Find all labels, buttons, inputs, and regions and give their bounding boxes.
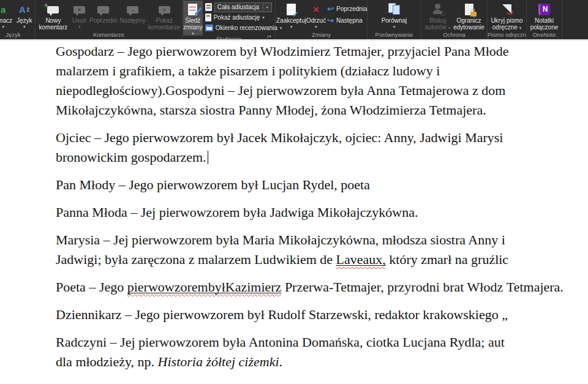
doc-line[interactable]: dla młodzieży, np. Historia żółtej ciżem…: [56, 354, 282, 369]
ribbon-group-onenote: N Notatki połączone OneNote: [527, 0, 562, 39]
previous-change-button[interactable]: ↩ Poprzednia: [327, 4, 368, 13]
chevron-down-icon: ▾: [78, 24, 81, 29]
paragraph[interactable]: Marysia – Jej pierwowzorem była Maria Mi…: [56, 230, 588, 269]
ribbon-group-comments: + Nowy komentarz × Usuń ▾ ← Poprzedni → …: [36, 0, 183, 39]
doc-line[interactable]: Marysia – Jej pierwowzorem była Maria Mi…: [56, 232, 505, 247]
doc-line[interactable]: Radczyni – Jej pierwowzorem była Antonin…: [56, 334, 505, 350]
dialog-launcher-icon[interactable]: [268, 36, 273, 38]
text-cursor: [208, 151, 209, 164]
show-markup-icon: [205, 13, 211, 21]
accept-button[interactable]: ✓ Zaakceptuj ▾: [276, 1, 306, 31]
show-markup-button[interactable]: Pokaż adiustację ▾: [205, 13, 282, 22]
translate-label: umacz: [0, 17, 12, 24]
reject-button[interactable]: × Odrzuć ▾: [306, 1, 326, 31]
new-comment-label: Nowy komentarz: [36, 17, 70, 31]
review-ribbon: a umacz ▾ Aż Język ▾ Język + Nowy koment…: [0, 0, 588, 40]
paragraph[interactable]: Pan Młody – Jego pierwowzorem był Lucjan…: [56, 175, 588, 195]
show-markup-label: Pokaż adiustację: [214, 14, 260, 21]
doc-line[interactable]: Panna Młoda – Jej pierwowzorem była Jadw…: [56, 205, 418, 220]
compare-icon: [388, 3, 401, 15]
ribbon-group-compare: Porównaj ▾ Porównywanie: [368, 0, 421, 39]
chevron-down-icon: ▾: [2, 24, 4, 29]
spellcheck-flagged-word[interactable]: pierwowzorembyłKazimierz: [127, 279, 282, 295]
group-label-ink: Pismo odręczne: [488, 31, 526, 39]
display-for-review-combobox[interactable]: Cała adiustacja ▾: [214, 2, 272, 12]
previous-comment-label: Poprzedni: [89, 17, 117, 24]
chevron-down-icon: ▾: [192, 31, 194, 36]
combobox-arrow-icon[interactable]: ▾: [263, 3, 271, 12]
next-change-label: Następna: [336, 17, 363, 24]
compare-button[interactable]: Porównaj ▾: [376, 1, 413, 31]
translate-icon: a: [1, 6, 6, 13]
reviewing-pane-label: Okienko recenzowania: [216, 24, 277, 31]
hide-ink-icon: [501, 4, 513, 15]
delete-comment-label: Usuń: [72, 17, 86, 24]
doc-line[interactable]: Dziennikarz – Jego pierwowzorem był Rudo…: [56, 307, 508, 322]
doc-line[interactable]: bronowickim gospodarzem.: [56, 149, 208, 165]
group-label-comments: Komentarze: [36, 31, 182, 39]
ribbon-group-tracking: Śledź zmiany ▾ Cała adiustacja ▾ Pokaż a…: [183, 0, 276, 39]
doc-line[interactable]: Poeta – Jego pierwowzorembyłKazimierz Pr…: [56, 279, 507, 295]
doc-line[interactable]: Ojciec – Jego pierwowzorem był Jacek Mik…: [56, 130, 503, 145]
track-changes-label: Śledź zmiany: [183, 17, 203, 31]
markup-icon: [205, 3, 212, 11]
paragraph[interactable]: Dziennikarz – Jego pierwowzorem był Rudo…: [56, 305, 588, 325]
paragraph[interactable]: Poeta – Jego pierwowzorembyłKazimierz Pr…: [56, 277, 588, 297]
show-comments-button[interactable]: ≡ Pokaż komentarze: [147, 1, 181, 31]
group-label-onenote: OneNote: [527, 31, 562, 39]
reviewing-pane-icon: [205, 24, 213, 31]
ribbon-group-changes: ✓ Zaakceptuj ▾ × Odrzuć ▾ ↩ Poprzednia ↪…: [276, 0, 368, 39]
spellcheck-flagged-word[interactable]: Laveaux,: [336, 252, 386, 267]
paragraph[interactable]: Gospodarz – Jego pierwowzorem był Włodzi…: [56, 42, 588, 120]
chevron-down-icon: ▾: [315, 24, 317, 29]
new-comment-button[interactable]: + Nowy komentarz: [36, 1, 70, 31]
hide-ink-label: Ukryj pismo odręczne ▾: [488, 17, 526, 31]
reject-label: Odrzuć: [306, 17, 326, 24]
ribbon-empty-space: [562, 0, 588, 39]
translate-button[interactable]: a umacz ▾: [0, 1, 14, 31]
paragraph[interactable]: Panna Młoda – Jej pierwowzorem była Jadw…: [56, 203, 588, 222]
paragraph[interactable]: Radczyni – Jej pierwowzorem była Antonin…: [56, 333, 588, 372]
compare-label: Porównaj: [382, 17, 407, 24]
restrict-editing-label: Ogranicz edytowanie: [453, 17, 486, 31]
restrict-editing-button[interactable]: Ogranicz edytowanie: [453, 1, 486, 31]
restrict-editing-icon: [465, 4, 473, 15]
group-label-tracking: Śledzenie: [183, 36, 275, 39]
doc-line[interactable]: Gospodarz – Jego pierwowzorem był Włodzi…: [56, 43, 509, 59]
delete-comment-icon: ×: [74, 6, 85, 13]
previous-comment-icon: ←: [97, 6, 109, 13]
block-authors-button[interactable]: Blokuj autorów ▾: [423, 1, 453, 31]
chevron-down-icon: ▾: [23, 24, 26, 29]
next-change-button[interactable]: ↪ Następna: [327, 16, 368, 25]
group-label-language: Język: [0, 31, 35, 39]
doc-line[interactable]: Pan Młody – Jego pierwowzorem był Lucjan…: [56, 177, 370, 192]
group-label-compare: Porównywanie: [368, 31, 421, 39]
linked-notes-label: Notatki połączone: [527, 17, 561, 31]
doc-line[interactable]: malarzem i grafikiem, a także pisarzem i…: [56, 63, 440, 78]
paragraph[interactable]: Ojciec – Jego pierwowzorem był Jacek Mik…: [56, 128, 588, 167]
previous-comment-button[interactable]: ← Poprzedni: [89, 1, 118, 31]
track-changes-button[interactable]: Śledź zmiany ▾: [183, 1, 203, 36]
accept-icon: ✓: [287, 4, 296, 15]
next-comment-button[interactable]: → Następny: [118, 1, 147, 31]
chevron-down-icon: ▾: [262, 15, 265, 20]
group-label-protect: Ochrona: [421, 31, 487, 39]
doc-line[interactable]: Tetmajera.: [507, 279, 564, 295]
group-label-changes: Zmiany: [276, 31, 367, 39]
reviewing-pane-button[interactable]: Okienko recenzowania ▾: [205, 23, 282, 32]
chevron-down-icon: ▾: [393, 24, 396, 29]
language-icon: Aż: [19, 2, 29, 16]
doc-line[interactable]: Mikołajczykówna, starsza siostra Panny M…: [56, 102, 486, 118]
doc-line[interactable]: niepodległościowy).Gospodyni – Jej pierw…: [56, 83, 505, 98]
doc-line[interactable]: Jadwigi; była zaręczona z malarzem Ludwi…: [56, 252, 508, 267]
linked-notes-button[interactable]: N Notatki połączone: [527, 1, 561, 31]
track-changes-icon: [188, 4, 197, 15]
block-authors-icon: [432, 4, 443, 15]
document-editing-surface[interactable]: Gospodarz – Jego pierwowzorem był Włodzi…: [0, 40, 588, 384]
block-authors-label: Blokuj autorów ▾: [423, 17, 453, 31]
delete-comment-button[interactable]: × Usuń ▾: [70, 1, 89, 31]
hide-ink-button[interactable]: Ukryj pismo odręczne ▾: [488, 1, 526, 31]
language-button[interactable]: Aż Język ▾: [14, 1, 34, 31]
ribbon-group-ink: Ukryj pismo odręczne ▾ Pismo odręczne: [488, 0, 527, 39]
show-comments-label: Pokaż komentarze: [147, 17, 181, 31]
